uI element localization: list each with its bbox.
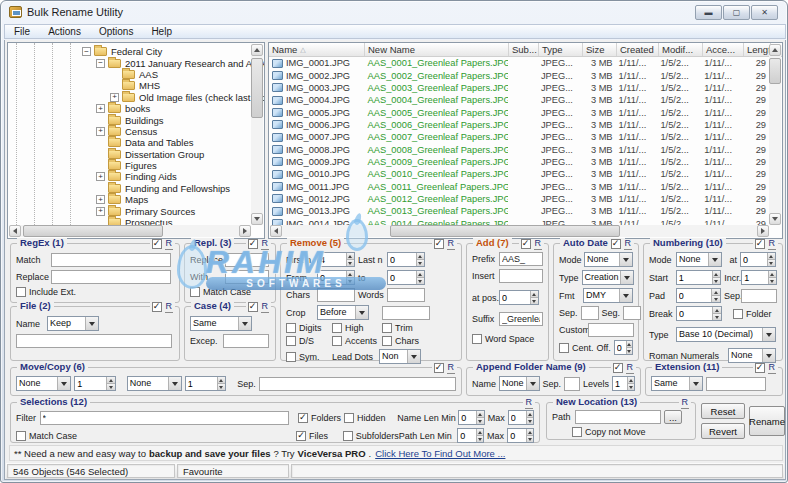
scroll-thumb[interactable] (23, 225, 163, 237)
remove-enable-checkbox[interactable]: ✓ (434, 239, 444, 249)
file-row[interactable]: IMG_0010.JPGAAS_0010_Greenleaf Papers.JP… (269, 168, 769, 180)
extension-reset-button[interactable]: R (768, 363, 777, 374)
repl-with-input[interactable] (225, 270, 269, 284)
regex-replace-input[interactable] (51, 270, 171, 284)
off-spinner[interactable] (614, 340, 633, 355)
chars-checkbox[interactable]: ✓ (382, 336, 392, 346)
column-header-length[interactable]: Length (744, 43, 771, 56)
tree-item[interactable]: +Census (8, 126, 251, 137)
start-spinner[interactable] (676, 270, 722, 285)
scroll-up-icon[interactable] (251, 44, 263, 56)
remove-chars-input[interactable] (317, 288, 355, 302)
scroll-right-icon[interactable] (757, 225, 769, 237)
copy-not-move-checkbox[interactable]: ✓ (572, 427, 582, 437)
regex-match-input[interactable] (51, 253, 171, 267)
file-row[interactable]: IMG_0009.JPGAAS_0009_Greenleaf Papers.JP… (269, 156, 769, 168)
column-header-size[interactable]: Size (583, 43, 617, 56)
regex-enable-checkbox[interactable]: ✓ (152, 239, 162, 249)
list-vertical-scrollbar[interactable] (769, 44, 781, 225)
scroll-thumb[interactable] (251, 58, 263, 118)
crop-mode-dropdown[interactable]: Before (317, 305, 369, 320)
tree-item[interactable]: Buildings (8, 114, 251, 125)
browse-button[interactable]: ... (664, 410, 682, 424)
tree-item[interactable]: Figures (8, 160, 251, 171)
subfolders-checkbox[interactable]: ✓ (343, 431, 353, 441)
name-len-min-spinner[interactable] (458, 410, 484, 425)
list-horizontal-scrollbar[interactable] (270, 225, 769, 237)
sym-checkbox[interactable]: ✓ (286, 352, 296, 362)
add-enable-checkbox[interactable]: ✓ (521, 239, 531, 249)
revert-button[interactable]: Revert (701, 423, 745, 439)
tree-item[interactable]: +books (8, 103, 251, 114)
append-folder-reset-button[interactable]: R (626, 363, 635, 374)
file-enable-checkbox[interactable]: ✓ (152, 302, 162, 312)
extension-enable-checkbox[interactable]: ✓ (755, 363, 765, 373)
pad-spinner[interactable] (676, 288, 721, 303)
file-row[interactable]: IMG_0004.JPGAAS_0004_Greenleaf Papers.JP… (269, 94, 769, 106)
repl-reset-button[interactable]: R (261, 239, 270, 250)
reset-button[interactable]: Reset (701, 403, 745, 419)
numbering-enable-checkbox[interactable]: ✓ (755, 239, 765, 249)
hidden-checkbox[interactable]: ✓ (344, 413, 354, 423)
date-type-dropdown[interactable]: Creation (Cur (582, 270, 634, 285)
crop-text-input[interactable] (382, 306, 430, 320)
rename-button[interactable]: Rename (749, 406, 785, 436)
scroll-down-icon[interactable] (769, 213, 781, 225)
date-fmt-dropdown[interactable]: DMY (583, 288, 633, 303)
date-custom-input[interactable] (588, 323, 634, 337)
column-header-modif[interactable]: Modif... (659, 43, 703, 56)
numbering-mode-dropdown[interactable]: None (676, 252, 722, 267)
menu-item-help[interactable]: Help (142, 25, 181, 38)
tree-horizontal-scrollbar[interactable] (9, 225, 251, 237)
ds-checkbox[interactable]: ✓ (286, 336, 296, 346)
file-name-mode-dropdown[interactable]: Keep (47, 316, 99, 331)
extension-mode-dropdown[interactable]: Same (651, 376, 703, 391)
repl-replace-input[interactable] (225, 253, 269, 267)
title-bar[interactable]: Bulk Rename Utility ▬ ▢ ✕ (1, 1, 787, 23)
file-list-panel[interactable]: Name△New NameSub...TypeSizeCreatedModif.… (268, 42, 783, 239)
at-spinner[interactable] (740, 252, 776, 267)
scroll-left-icon[interactable] (270, 225, 282, 237)
from-spinner[interactable] (317, 270, 355, 285)
last-n-spinner[interactable] (387, 252, 425, 267)
expand-icon[interactable]: + (96, 195, 105, 204)
move-copy-sep-input[interactable] (259, 377, 456, 391)
case-reset-button[interactable]: R (261, 302, 270, 313)
file-row[interactable]: IMG_0008.JPGAAS_0008_Greenleaf Papers.JP… (269, 143, 769, 155)
selections-reset-button[interactable]: R (525, 398, 534, 409)
new-location-reset-button[interactable]: R (681, 398, 690, 409)
at-pos-spinner[interactable] (499, 290, 539, 305)
file-row[interactable]: IMG_0011.JPGAAS_0011_Greenleaf Papers.JP… (269, 180, 769, 192)
numbering-reset-button[interactable]: R (768, 239, 777, 250)
file-list-header[interactable]: Name△New NameSub...TypeSizeCreatedModif.… (269, 43, 782, 57)
repl-enable-checkbox[interactable]: ✓ (248, 239, 258, 249)
column-header-newname[interactable]: New Name (365, 43, 509, 56)
word-space-checkbox[interactable]: ✓ (472, 334, 482, 344)
file-row[interactable]: IMG_0003.JPGAAS_0003_Greenleaf Papers.JP… (269, 82, 769, 94)
remove-reset-button[interactable]: R (447, 239, 456, 250)
maximize-button[interactable]: ▢ (723, 5, 750, 20)
case-excep-input[interactable] (223, 334, 269, 348)
folder-tree-panel[interactable]: −Federal City−2011 January Research and … (7, 42, 265, 239)
menu-item-actions[interactable]: Actions (39, 25, 90, 38)
append-sep-input[interactable] (564, 377, 580, 391)
insert-input[interactable] (499, 269, 543, 283)
lead-dots-dropdown[interactable]: Non (379, 349, 421, 364)
column-header-type[interactable]: Type (539, 43, 583, 56)
auto-date-reset-button[interactable]: R (624, 239, 633, 250)
remove-words-input[interactable] (387, 288, 425, 302)
name-len-max-spinner[interactable] (508, 410, 534, 425)
collapse-icon[interactable]: − (82, 47, 91, 56)
move-copy-reset-button[interactable]: R (447, 363, 456, 374)
file-row[interactable]: IMG_0007.JPGAAS_0007_Greenleaf Papers.JP… (269, 131, 769, 143)
tree-item[interactable]: −Federal City (8, 46, 251, 57)
column-header-acce[interactable]: Acce... (703, 43, 744, 56)
trim-checkbox[interactable]: ✓ (382, 323, 392, 333)
digits-checkbox[interactable]: ✓ (286, 323, 296, 333)
path-len-max-spinner[interactable] (507, 428, 534, 443)
tree-item[interactable]: Data and Tables (8, 137, 251, 148)
filter-input[interactable] (40, 411, 289, 425)
sel-match-case-checkbox[interactable]: ✓ (16, 431, 26, 441)
accents-checkbox[interactable]: ✓ (332, 336, 342, 346)
scroll-left-icon[interactable] (9, 225, 21, 237)
